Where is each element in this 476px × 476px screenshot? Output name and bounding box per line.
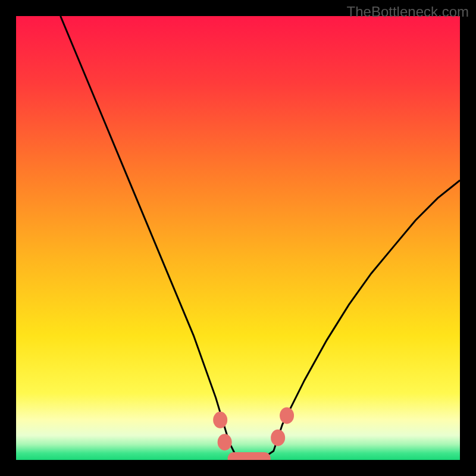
bead-left-2 [218, 434, 232, 450]
curve-layer [16, 16, 460, 460]
bead-left-1 [213, 412, 227, 428]
watermark-text: TheBottleneck.com [347, 4, 469, 20]
flat-capsule [228, 452, 271, 460]
curve-markers [213, 407, 294, 460]
bead-right-2 [280, 407, 294, 424]
bottleneck-curve [61, 16, 460, 460]
chart-area [16, 16, 460, 460]
bead-right-1 [271, 430, 285, 446]
